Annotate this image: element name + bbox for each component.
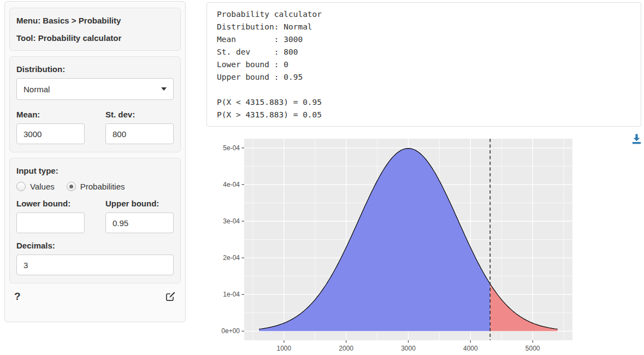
radio-values-icon [16,182,26,191]
summary-output-panel: Probability calculator Distribution: Nor… [206,2,641,127]
radio-probabilities[interactable]: Probabilities [67,182,125,191]
mean-label: Mean: [16,110,85,119]
help-link[interactable]: ? [14,291,21,303]
sidebar-footer: ? [9,289,181,303]
distribution-selected-value: Normal [23,85,50,94]
svg-text:4000: 4000 [463,345,478,352]
breadcrumb: Menu: Basics > Probability [16,16,174,25]
decimals-label: Decimals: [16,241,174,250]
input-type-radio-group: Values Probabilities [16,182,174,191]
svg-text:1000: 1000 [276,345,291,352]
svg-text:5e-04: 5e-04 [223,144,240,152]
svg-text:3e-04: 3e-04 [223,217,240,225]
menu-header-panel: Menu: Basics > Probability Tool: Probabi… [9,8,181,51]
distribution-panel: Distribution: Normal Mean: St. dev: [9,56,181,152]
stdev-label: St. dev: [105,110,174,119]
tool-title: Tool: Probability calculator [16,33,174,43]
edit-icon [165,291,176,302]
decimals-input[interactable] [16,255,174,275]
mean-input[interactable] [16,123,85,144]
radio-values[interactable]: Values [16,182,55,191]
density-plot: 100020003000400050000e+001e-042e-043e-04… [217,135,583,353]
svg-text:2000: 2000 [339,345,353,352]
upper-bound-label: Upper bound: [105,199,174,208]
distribution-select[interactable]: Normal [16,78,174,100]
input-type-panel: Input type: Values Probabilities Lower b… [9,158,181,283]
radio-probabilities-icon [67,182,76,191]
probability-summary-text: Probability calculator Distribution: Nor… [217,8,631,121]
lower-bound-input[interactable] [16,212,85,233]
svg-text:2e-04: 2e-04 [223,254,240,262]
download-plot-button[interactable] [631,133,642,145]
svg-text:0e+00: 0e+00 [221,327,240,335]
edit-report-button[interactable] [165,291,176,302]
plot-container: 100020003000400050000e+001e-042e-043e-04… [217,135,583,353]
radio-values-label: Values [30,182,55,191]
chevron-down-icon [161,87,167,91]
radio-probabilities-label: Probabilities [80,182,125,191]
sidebar: Menu: Basics > Probability Tool: Probabi… [4,1,186,322]
download-icon [631,133,642,145]
svg-text:3000: 3000 [401,345,416,352]
distribution-label: Distribution: [16,64,174,74]
svg-text:1e-04: 1e-04 [223,291,240,298]
upper-bound-input[interactable] [105,212,174,233]
svg-text:5000: 5000 [525,345,540,352]
lower-bound-label: Lower bound: [16,199,85,208]
input-type-label: Input type: [16,166,174,175]
stdev-input[interactable] [105,123,174,144]
svg-text:4e-04: 4e-04 [223,181,240,188]
